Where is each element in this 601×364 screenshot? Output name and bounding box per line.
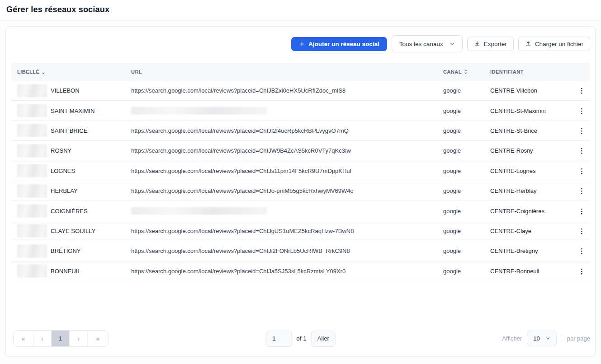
- social-networks-table: LIBELLÉ URL CANAL IDENTIFIANT: [11, 63, 590, 281]
- row-libelle: BONNEUIL: [51, 268, 80, 275]
- page-size-group: Afficher 10 par page: [502, 331, 590, 346]
- row-actions-kebab-icon[interactable]: ⋮: [576, 186, 588, 196]
- toolbar: Ajouter un réseau social Tous les canaux…: [6, 27, 595, 52]
- goto-page-group: of 1 Aller: [265, 331, 336, 347]
- upload-file-label: Charger un fichier: [535, 41, 583, 47]
- row-url: https://search.google.com/local/reviews?…: [131, 268, 345, 275]
- column-header-canal[interactable]: CANAL: [437, 69, 484, 75]
- next-page-button[interactable]: ›: [69, 331, 87, 346]
- per-page-label: par page: [567, 335, 590, 342]
- column-header-canal-label: CANAL: [443, 69, 462, 75]
- row-canal: google: [437, 268, 484, 275]
- divider: [562, 334, 562, 343]
- of-total-label: of 1: [296, 335, 307, 342]
- sort-descending-icon: [41, 69, 46, 75]
- upload-icon: [525, 41, 531, 47]
- row-identifiant: CENTRE-Coignières: [484, 208, 573, 215]
- table-row: HERBLAY https://search.google.com/local/…: [11, 181, 590, 201]
- table-row: CLAYE SOUILLY https://search.google.com/…: [11, 221, 590, 241]
- row-actions-kebab-icon[interactable]: ⋮: [576, 266, 588, 276]
- add-social-network-button[interactable]: Ajouter un réseau social: [291, 37, 387, 51]
- row-libelle: VILLEBON: [51, 87, 80, 94]
- redacted-logo-thumbnail: [17, 84, 47, 98]
- first-page-button[interactable]: «: [14, 331, 33, 346]
- row-url: https://search.google.com/local/reviews?…: [131, 187, 353, 194]
- table-row: SAINT BRICE https://search.google.com/lo…: [11, 121, 590, 141]
- table-row: BONNEUIL https://search.google.com/local…: [11, 261, 590, 281]
- chevron-down-icon: [450, 41, 455, 47]
- add-social-network-label: Ajouter un réseau social: [308, 41, 379, 47]
- last-page-button[interactable]: »: [87, 331, 108, 346]
- redacted-logo-thumbnail: [17, 104, 47, 117]
- page-size-value: 10: [533, 335, 539, 342]
- row-libelle: ROSNY: [51, 147, 71, 154]
- row-identifiant: CENTRE-Brétigny: [484, 247, 573, 254]
- redacted-logo-thumbnail: [17, 164, 47, 177]
- column-header-identifiant-label: IDENTIFIANT: [490, 69, 524, 75]
- table-row: ROSNY https://search.google.com/local/re…: [11, 141, 590, 161]
- column-header-url-label: URL: [131, 69, 142, 75]
- redacted-url: [131, 107, 267, 115]
- row-url: https://search.google.com/local/reviews?…: [131, 87, 345, 94]
- previous-page-button[interactable]: ‹: [33, 331, 51, 346]
- table-row: VILLEBON https://search.google.com/local…: [11, 81, 590, 101]
- row-canal: google: [437, 228, 484, 234]
- column-header-libelle-label: LIBELLÉ: [17, 69, 39, 75]
- page-size-select[interactable]: 10: [527, 331, 556, 346]
- row-canal: google: [437, 187, 484, 194]
- page-header: Gérer les réseaux sociaux: [0, 0, 601, 20]
- table-header-row: LIBELLÉ URL CANAL IDENTIFIANT: [11, 63, 590, 81]
- pagination-bar: « ‹ 1 › » of 1 Aller Afficher 10 par pag…: [6, 330, 595, 356]
- row-actions-kebab-icon[interactable]: ⋮: [576, 106, 588, 116]
- row-actions-kebab-icon[interactable]: ⋮: [576, 226, 588, 236]
- redacted-logo-thumbnail: [17, 244, 47, 258]
- table-row: BRÉTIGNY https://search.google.com/local…: [11, 241, 590, 261]
- row-identifiant: CENTRE-Rosny: [484, 147, 573, 154]
- sort-both-icon: [464, 69, 468, 75]
- row-libelle: CLAYE SOUILLY: [51, 228, 95, 234]
- row-identifiant: CENTRE-Lognes: [484, 168, 573, 174]
- row-identifiant: CENTRE-St-Brice: [484, 127, 573, 134]
- redacted-logo-thumbnail: [17, 184, 47, 198]
- row-actions-kebab-icon[interactable]: ⋮: [576, 166, 588, 176]
- row-identifiant: CENTRE-Bonneuil: [484, 268, 573, 275]
- row-url: https://search.google.com/local/reviews?…: [131, 147, 351, 154]
- row-canal: google: [437, 107, 484, 114]
- export-label: Exporter: [484, 41, 507, 47]
- row-actions-kebab-icon[interactable]: ⋮: [576, 85, 588, 96]
- page-number-input[interactable]: [265, 331, 292, 347]
- row-libelle: LOGNES: [51, 168, 75, 174]
- row-identifiant: CENTRE-St-Maximin: [484, 107, 573, 114]
- export-button[interactable]: Exporter: [467, 37, 514, 51]
- upload-file-button[interactable]: Charger un fichier: [518, 37, 590, 51]
- row-libelle: BRÉTIGNY: [51, 247, 80, 254]
- row-actions-kebab-icon[interactable]: ⋮: [576, 145, 588, 156]
- column-header-url: URL: [125, 69, 437, 75]
- table-row: SAINT MAXIMIN google CENTRE-St-Maximin ⋮: [11, 101, 590, 121]
- row-actions-kebab-icon[interactable]: ⋮: [576, 246, 588, 256]
- page-title: Gérer les réseaux sociaux: [6, 5, 595, 14]
- go-to-page-button[interactable]: Aller: [311, 331, 336, 347]
- table-row: COIGNIÈRES google CENTRE-Coignières ⋮: [11, 201, 590, 221]
- download-icon: [474, 41, 480, 47]
- row-url: https://search.google.com/local/reviews?…: [131, 228, 354, 234]
- column-header-libelle[interactable]: LIBELLÉ: [11, 69, 125, 75]
- row-canal: google: [437, 208, 484, 215]
- row-identifiant: CENTRE-Claye: [484, 228, 573, 234]
- plus-icon: [299, 41, 305, 47]
- column-header-identifiant: IDENTIFIANT: [484, 69, 573, 75]
- row-url: https://search.google.com/local/reviews?…: [131, 247, 350, 254]
- pager-group: « ‹ 1 › »: [13, 330, 109, 347]
- row-actions-kebab-icon[interactable]: ⋮: [576, 206, 588, 216]
- row-url: https://search.google.com/local/reviews?…: [131, 127, 349, 134]
- row-actions-kebab-icon[interactable]: ⋮: [576, 126, 588, 136]
- current-page-button[interactable]: 1: [51, 331, 69, 346]
- channel-filter-select[interactable]: Tous les canaux: [392, 35, 463, 52]
- redacted-logo-thumbnail: [17, 224, 47, 238]
- row-libelle: HERBLAY: [51, 187, 78, 194]
- row-canal: google: [437, 247, 484, 254]
- row-libelle: SAINT MAXIMIN: [51, 107, 95, 114]
- redacted-logo-thumbnail: [17, 264, 47, 278]
- table-row: LOGNES https://search.google.com/local/r…: [11, 161, 590, 181]
- row-canal: google: [437, 147, 484, 154]
